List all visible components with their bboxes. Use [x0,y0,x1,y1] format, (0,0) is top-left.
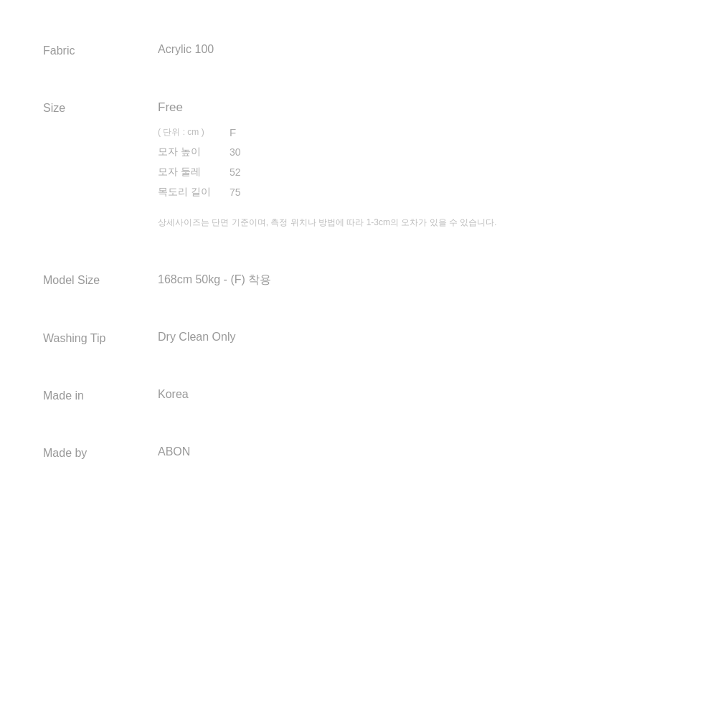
size-row-value-1: 52 [230,166,287,178]
page-container: Fabric Acrylic 100 Size Free ( 단위 : cm )… [0,0,728,503]
made-in-row: Made in Korea [43,367,685,424]
size-label: Size [43,100,158,115]
made-by-row: Made by ABON [43,424,685,481]
size-col-header: F [230,126,287,138]
model-size-label: Model Size [43,273,158,287]
size-data-row-2: 목도리 길이 75 [158,186,685,199]
washing-tip-value: Dry Clean Only [158,331,685,344]
size-data-row-0: 모자 높이 30 [158,146,685,159]
size-row-label-1: 모자 둘레 [158,166,230,179]
size-row-value-0: 30 [230,146,287,158]
size-header-row: ( 단위 : cm ) F [158,126,685,138]
size-table: ( 단위 : cm ) F 모자 높이 30 모자 둘레 52 목도리 길이 7… [158,126,685,230]
made-by-label: Made by [43,445,158,460]
size-value-col: Free ( 단위 : cm ) F 모자 높이 30 모자 둘레 52 목도리… [158,100,685,230]
fabric-row: Fabric Acrylic 100 [43,22,685,79]
size-row: Size Free ( 단위 : cm ) F 모자 높이 30 모자 둘레 5… [43,79,685,251]
washing-tip-label: Washing Tip [43,331,158,345]
size-note: 상세사이즈는 단면 기준이며, 측정 위치나 방법에 따라 1-3cm의 오차가… [158,216,685,230]
unit-label: ( 단위 : cm ) [158,126,230,138]
size-row-value-2: 75 [230,186,287,198]
size-row-label-0: 모자 높이 [158,146,230,159]
made-by-value: ABON [158,445,685,458]
size-free: Free [158,100,685,115]
fabric-value: Acrylic 100 [158,43,685,56]
fabric-label: Fabric [43,43,158,57]
model-size-row: Model Size 168cm 50kg - (F) 착용 [43,251,685,309]
washing-tip-row: Washing Tip Dry Clean Only [43,309,685,367]
size-data-row-1: 모자 둘레 52 [158,166,685,179]
size-row-label-2: 목도리 길이 [158,186,230,199]
model-size-value: 168cm 50kg - (F) 착용 [158,273,685,288]
made-in-label: Made in [43,388,158,402]
made-in-value: Korea [158,388,685,401]
